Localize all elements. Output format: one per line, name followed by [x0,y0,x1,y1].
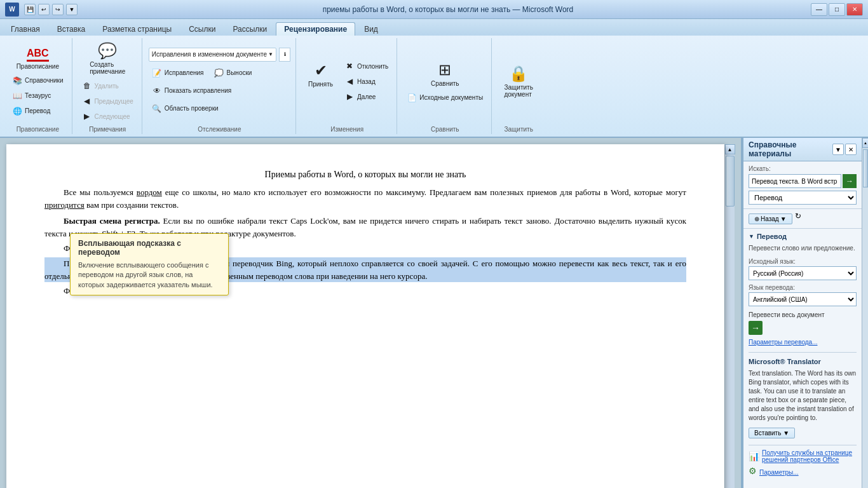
document-page[interactable]: Всплывающая подсказка с переводом Включе… [6,144,724,488]
scroll-thumb[interactable] [726,156,735,207]
thesaurus2-button[interactable]: 📖 Тезаурус [9,89,67,103]
tracking-dropdown[interactable]: Исправления в измененном документе ▼ [149,48,276,62]
office-icon: 📊 [749,451,759,461]
next-comment-button[interactable]: ▶ Следующее [79,109,137,123]
tab-insert[interactable]: Вставка [49,22,94,36]
panel-controls: ▼ ✕ [832,144,857,155]
new-comment-button[interactable]: 💬 Создатьпримечание [84,39,131,78]
tracking-info-btn[interactable]: ℹ [279,48,290,62]
panel-scroll-thumb[interactable] [863,149,868,187]
app-icon: W [5,3,19,17]
lock-icon: 🔒 [509,65,528,83]
back-icon: ◀ [344,76,355,86]
office-link-row: 📊 Получить службы на странице решений па… [749,449,857,463]
settings-icon: ⚙ [749,466,757,476]
right-panel-header: Справочные материалы ▼ ✕ [743,138,862,161]
prev-change-button[interactable]: ◀ Назад [341,74,391,88]
tab-layout[interactable]: Разметка страницы [94,22,180,36]
params-link2[interactable]: Параметры... [759,469,799,476]
search-section: Искать: → Перевод [743,161,862,209]
thesaurus-icon: 📚 [12,76,22,86]
accept-button[interactable]: ✔ Принять [302,59,339,90]
params-link-row: ⚙ Параметры... [749,466,857,476]
comment-icon: 💬 [98,42,117,60]
next-change-button[interactable]: ▶ Далее [341,90,391,104]
tooltip-body: Включение всплывающего сообщения с перев… [78,261,220,290]
insert-button[interactable]: Вставить ▼ [749,428,795,438]
nav-row: ⊕ Назад ▼ ↻ [743,209,862,229]
review-pane-button[interactable]: 🔍 Область проверки [149,102,222,116]
spellcheck-button[interactable]: ABC Правописание [11,44,65,72]
track-changes-button[interactable]: 📝 Исправления [149,66,207,80]
qa-undo[interactable]: ↩ [38,4,50,15]
protect-button[interactable]: 🔒 Защититьдокумент [498,62,538,100]
paragraph-1: Все мы пользуемся вордом еще со школы, н… [44,186,686,211]
ribbon-tabs: Главная Вставка Разметка страницы Ссылки… [0,19,868,36]
qa-save[interactable]: 💾 [24,4,36,15]
panel-scroll-track [862,148,868,488]
panel-scroll-up[interactable]: ▲ [862,138,868,148]
dropdown-arrow-icon: ▼ [780,215,787,222]
translation-params-link[interactable]: Параметры перевода... [749,339,857,346]
close-button[interactable]: ✕ [846,3,863,16]
prev-comment-button[interactable]: ◀ Предыдущее [79,94,137,108]
panel-title: Справочные материалы [749,140,832,158]
panel-close-button[interactable]: ✕ [845,144,857,155]
tab-review[interactable]: Рецензирование [276,22,355,36]
show-markup-button[interactable]: 👁 Показать исправления [149,84,234,98]
bold-text: Быстрая смена регистра. [64,216,160,226]
search-go-button[interactable]: → [843,174,857,188]
tab-references[interactable]: Ссылки [180,22,224,36]
right-panel: Справочные материалы ▼ ✕ Искать: → Перев… [742,138,862,488]
ms-translator-desc: Text translation. The Word has its own B… [749,369,857,423]
maximize-button[interactable]: □ [829,3,845,16]
compare-button[interactable]: ⊞ Сравнить [425,58,465,90]
compare-icon: ⊞ [438,61,451,79]
target-language-select[interactable]: Английский (США) [749,292,857,306]
translate-document-button[interactable]: → [749,321,763,335]
source-lang-label: Исходный язык: [749,258,857,265]
source-language-select[interactable]: Русский (Россия) [749,266,857,280]
main-area: Всплывающая подсказка с переводом Включе… [0,138,868,488]
compare-buttons: ⊞ Сравнить 📄 Исходные документы [403,39,486,123]
changes-group-label: Изменения [330,123,363,133]
balloons-button[interactable]: 💭 Выноски [211,66,255,80]
office-links-section: 📊 Получить службы на странице решений па… [749,445,857,476]
window-title: приемы работы в Word, о которых вы могли… [85,5,811,14]
window-controls: — □ ✕ [811,3,863,16]
ribbon-group-tracking: Исправления в измененном документе ▼ ℹ 📝… [144,38,296,134]
translation-header[interactable]: ▼ Перевод [749,233,857,240]
tooltip-popup: Всплывающая подсказка с переводом Включе… [70,233,229,295]
reject-button[interactable]: ✖ Отклонить [341,59,391,73]
abc-icon: ABC [27,47,49,61]
translate-button[interactable]: 🌐 Перевод [9,104,67,118]
quick-access-toolbar: 💾 ↩ ↪ ▼ [24,4,78,15]
tab-view[interactable]: Вид [356,22,386,36]
back-button[interactable]: ⊕ Назад ▼ [749,214,792,224]
show-icon: 👁 [152,86,162,96]
translation-desc: Перевести слово или предложение. [749,244,857,253]
minimize-button[interactable]: — [811,3,827,16]
search-label: Искать: [749,165,857,172]
service-dropdown[interactable]: Перевод [749,191,857,205]
qa-menu[interactable]: ▼ [66,4,78,15]
tab-mailings[interactable]: Рассылки [224,22,275,36]
delete-comment-button[interactable]: 🗑 Удалить [79,79,137,93]
source-docs-button[interactable]: 📄 Исходные документы [403,91,486,105]
qa-redo[interactable]: ↪ [52,4,64,15]
ribbon-group-spellcheck: ABC Правописание 📚 Справочники 📖 Тезауру… [4,38,72,134]
ribbon-group-compare: ⊞ Сравнить 📄 Исходные документы Сравнить [398,38,492,134]
panel-menu-button[interactable]: ▼ [832,144,844,155]
thesaurus-button[interactable]: 📚 Справочники [9,74,67,88]
tracking-buttons: Исправления в измененном документе ▼ ℹ 📝… [149,39,290,123]
tab-home[interactable]: Главная [3,22,48,36]
underline-word2: пригодится [44,200,85,210]
right-panel-scrollbar: ▲ ▼ [862,138,868,488]
translation-title: Перевод [757,233,787,240]
office-partners-link[interactable]: Получить службы на странице решений парт… [762,449,857,463]
forward-icon: ▶ [344,92,355,102]
search-input[interactable] [749,174,841,188]
refresh-button[interactable]: ↻ [795,212,809,226]
protect-group-label: Защитить [504,123,532,133]
scroll-up-button[interactable]: ▲ [725,144,735,154]
